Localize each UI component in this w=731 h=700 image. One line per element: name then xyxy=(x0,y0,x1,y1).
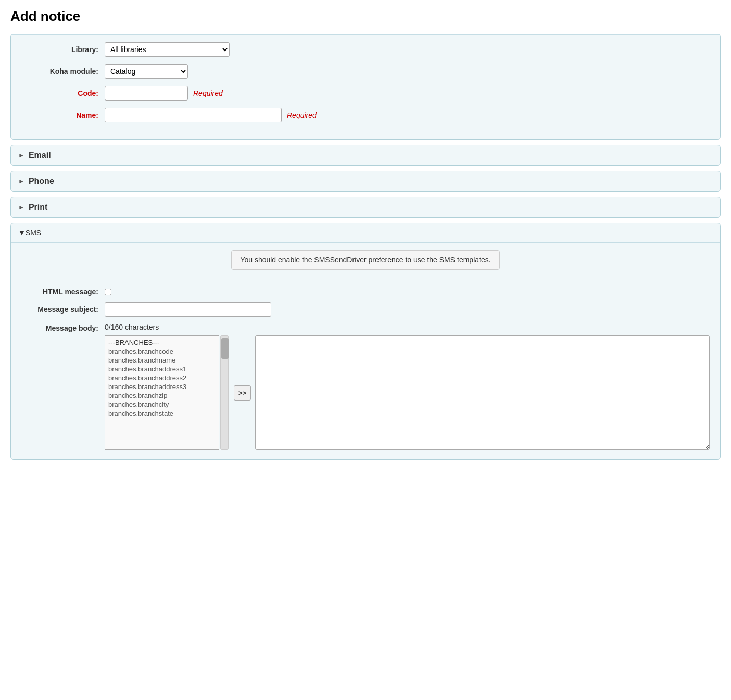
token-branches-branchaddress1[interactable]: branches.branchaddress1 xyxy=(107,365,217,373)
sms-section-title: SMS xyxy=(26,229,41,237)
email-arrow-icon: ► xyxy=(18,152,24,159)
print-section-title: Print xyxy=(29,203,47,212)
message-body-label: Message body: xyxy=(21,323,105,332)
email-section-title: Email xyxy=(29,151,51,160)
html-message-label: HTML message: xyxy=(21,288,105,296)
message-body-row: Message body: 0/160 characters xyxy=(21,323,710,332)
code-input[interactable] xyxy=(105,86,188,101)
token-list-scrollbar-thumb xyxy=(221,338,229,359)
phone-section-title: Phone xyxy=(29,177,54,186)
print-section-header[interactable]: ► Print xyxy=(11,197,720,217)
html-message-row: HTML message: xyxy=(21,288,710,296)
koha-module-row: Koha module: Catalog xyxy=(21,64,710,79)
token-branches-branchcity[interactable]: branches.branchcity xyxy=(107,400,217,409)
message-subject-input[interactable] xyxy=(105,302,271,317)
token-branches-branchaddress3[interactable]: branches.branchaddress3 xyxy=(107,382,217,391)
token-list-scrollbar[interactable] xyxy=(220,335,229,450)
token-group-branches: ---BRANCHES--- xyxy=(107,338,217,347)
token-branches-branchname[interactable]: branches.branchname xyxy=(107,356,217,365)
code-label: Code: xyxy=(21,89,105,97)
sms-section-header[interactable]: ▼ SMS xyxy=(11,223,720,242)
sms-arrow-icon: ▼ xyxy=(18,229,26,237)
token-branches-branchstate[interactable]: branches.branchstate xyxy=(107,409,217,418)
koha-module-select[interactable]: Catalog xyxy=(105,64,188,79)
html-message-checkbox[interactable] xyxy=(105,289,111,295)
char-count: 0/160 characters xyxy=(105,323,159,331)
sms-info-box: You should enable the SMSSendDriver pref… xyxy=(231,250,499,270)
phone-arrow-icon: ► xyxy=(18,178,24,185)
message-body-textarea[interactable] xyxy=(255,335,710,450)
page-title: Add notice xyxy=(10,8,721,24)
token-branches-branchcode[interactable]: branches.branchcode xyxy=(107,347,217,356)
phone-section: ► Phone xyxy=(10,171,721,192)
sms-section-body: You should enable the SMSSendDriver pref… xyxy=(11,242,720,459)
name-row: Name: Required xyxy=(21,108,710,122)
name-input[interactable] xyxy=(105,108,282,122)
library-select[interactable]: All libraries xyxy=(105,42,230,57)
template-area: ---BRANCHES--- branches.branchcode branc… xyxy=(105,335,710,450)
name-label: Name: xyxy=(21,111,105,119)
koha-module-label: Koha module: xyxy=(21,67,105,76)
library-row: Library: All libraries xyxy=(21,42,710,57)
library-label: Library: xyxy=(21,45,105,54)
code-row: Code: Required xyxy=(21,86,710,101)
print-arrow-icon: ► xyxy=(18,204,24,211)
info-box-wrapper: You should enable the SMSSendDriver pref… xyxy=(21,250,710,279)
email-section: ► Email xyxy=(10,145,721,166)
name-required-text: Required xyxy=(287,111,317,119)
header-section: Library: All libraries Koha module: Cata… xyxy=(10,34,721,140)
code-required-text: Required xyxy=(193,89,223,97)
token-branches-branchaddress2[interactable]: branches.branchaddress2 xyxy=(107,373,217,382)
sms-section: ▼ SMS You should enable the SMSSendDrive… xyxy=(10,223,721,460)
token-list[interactable]: ---BRANCHES--- branches.branchcode branc… xyxy=(105,335,219,450)
message-subject-row: Message subject: xyxy=(21,302,710,317)
email-section-header[interactable]: ► Email xyxy=(11,145,720,165)
token-scroll-wrapper: ---BRANCHES--- branches.branchcode branc… xyxy=(105,335,230,450)
token-branches-branchzip[interactable]: branches.branchzip xyxy=(107,391,217,400)
insert-button[interactable]: >> xyxy=(234,385,251,401)
phone-section-header[interactable]: ► Phone xyxy=(11,171,720,191)
print-section: ► Print xyxy=(10,197,721,218)
header-section-body: Library: All libraries Koha module: Cata… xyxy=(11,34,720,139)
message-subject-label: Message subject: xyxy=(21,305,105,314)
